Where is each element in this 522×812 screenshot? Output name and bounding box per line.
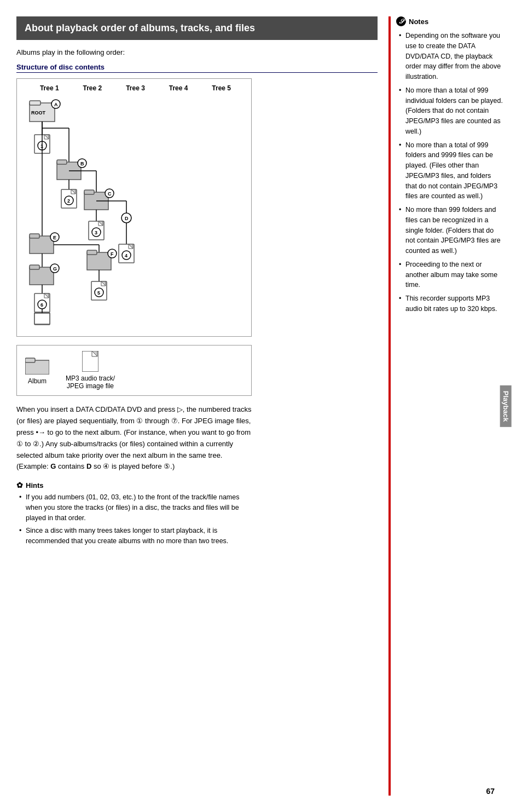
svg-rect-73 [34,313,50,324]
svg-rect-25 [84,190,94,194]
album-label: Album [28,377,47,385]
tree-labels: Tree 1 Tree 2 Tree 3 Tree 4 Tree 5 [25,84,243,92]
tree-label-4: Tree 4 [157,84,200,92]
page-title: About playback order of albums, tracks, … [25,22,369,34]
tree-label-2: Tree 2 [71,84,114,92]
section-header: About playback order of albums, tracks, … [16,16,378,40]
notes-title-text: Notes [409,18,428,26]
notes-section: 𝒮 Notes Depending on the software you us… [396,16,503,318]
album-folder-icon [25,356,49,375]
legend-album: Album [25,356,49,385]
notes-icon: 𝒮 [396,16,406,26]
note-item-5: Proceeding to the next or another album … [399,260,503,290]
svg-rect-44 [87,252,111,270]
main-content: About playback order of albums, tracks, … [16,16,388,796]
svg-text:ROOT: ROOT [31,110,46,116]
page-number: 67 [486,787,495,796]
svg-text:A: A [54,102,58,107]
svg-rect-75 [25,358,35,362]
hint-item-1: If you add numbers (01, 02, 03, etc.) to… [19,492,252,523]
right-sidebar: 𝒮 Notes Depending on the software you us… [388,16,509,796]
file-icon [82,351,98,372]
svg-rect-14 [57,160,67,164]
hints-icon: ✿ [16,481,23,489]
note-item-6: This recorder supports MP3 audio bit rat… [399,293,503,314]
svg-rect-59 [30,267,54,285]
notes-list: Depending on the software you use to cre… [396,31,503,314]
svg-rect-39 [30,234,39,238]
note-item-4: No more than 999 folders and files can b… [399,205,503,256]
intro-text: Albums play in the following order: [16,48,378,56]
hints-title-text: Hints [26,481,44,489]
diagram-container: Tree 1 Tree 2 Tree 3 Tree 4 Tree 5 ROOT … [16,78,252,337]
page: About playback order of albums, tracks, … [0,0,522,812]
svg-text:6: 6 [40,302,43,308]
hints-title: ✿ Hints [16,481,252,489]
svg-text:B: B [80,161,84,166]
body-text: When you insert a DATA CD/DATA DVD and p… [16,404,252,473]
svg-rect-60 [30,265,39,269]
svg-text:C: C [108,191,112,197]
svg-text:F: F [111,251,114,257]
svg-rect-45 [87,250,97,255]
note-item-1: Depending on the software you use to cre… [399,31,503,82]
svg-text:G: G [53,266,57,272]
playback-tab: Playback [500,385,511,427]
svg-text:5: 5 [97,290,100,296]
legend-file: MP3 audio track/ JPEG image file [66,351,115,390]
tree-label-3: Tree 3 [114,84,157,92]
svg-text:D: D [125,216,129,221]
file-label: MP3 audio track/ JPEG image file [66,375,115,390]
tree-label-1: Tree 1 [28,84,71,92]
notes-title: 𝒮 Notes [396,16,503,26]
svg-rect-38 [30,236,54,254]
svg-rect-1 [30,101,40,105]
hints-list: If you add numbers (01, 02, 03, etc.) to… [16,492,252,546]
svg-text:4: 4 [125,253,127,258]
structure-heading: Structure of disc contents [16,63,378,73]
note-item-2: No more than a total of 999 individual f… [399,85,503,137]
svg-text:3: 3 [95,230,97,235]
svg-text:E: E [53,235,56,240]
hint-item-2: Since a disc with many trees takes longe… [19,526,252,546]
note-item-3: No more than a total of 999 folders and … [399,140,503,202]
hints-section: ✿ Hints If you add numbers (01, 02, 03, … [16,481,252,546]
legend-box: Album MP3 audio track/ JPEG image file [16,345,252,396]
svg-text:2: 2 [67,198,70,204]
tree-label-5: Tree 5 [200,84,243,92]
tree-diagram: ROOT A 1 B [25,96,244,326]
